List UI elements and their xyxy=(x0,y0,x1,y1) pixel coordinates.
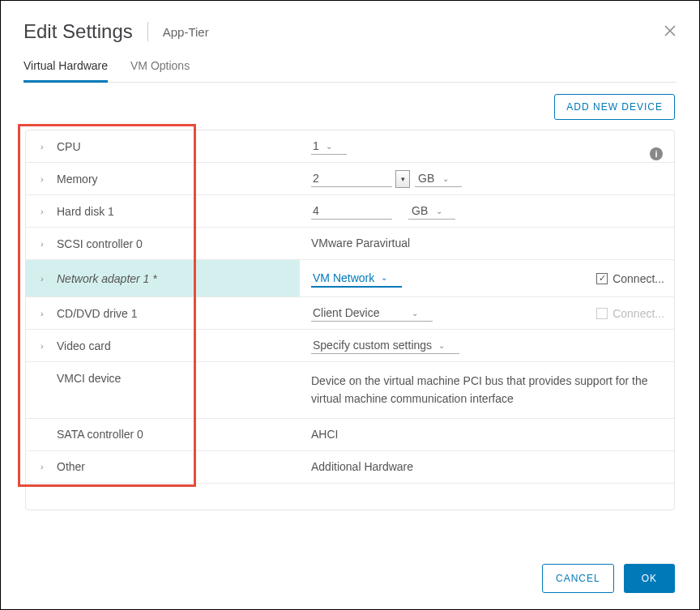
memory-unit: GB xyxy=(418,172,434,185)
row-other: › Other Additional Hardware xyxy=(26,451,674,484)
edit-settings-dialog: Edit Settings App-Tier Virtual Hardware … xyxy=(0,0,700,610)
label-cddvd: CD/DVD drive 1 xyxy=(57,307,138,320)
chevron-right-icon[interactable]: › xyxy=(41,207,49,216)
row-cpu: › CPU 1 ⌄ i xyxy=(26,130,674,163)
disk-unit: GB xyxy=(412,204,428,217)
cddvd-value: Client Device xyxy=(313,306,379,319)
disk-size-input[interactable]: 4 xyxy=(311,203,392,220)
row-memory: › Memory 2 ▾ GB ⌄ xyxy=(26,163,674,195)
chevron-right-icon[interactable]: › xyxy=(41,274,49,284)
network-connect-toggle[interactable]: ✓ Connect... xyxy=(596,272,664,285)
row-blank xyxy=(26,484,674,510)
memory-value-input[interactable]: 2 xyxy=(311,170,392,187)
scsi-value: VMware Paravirtual xyxy=(311,234,426,252)
hardware-table: › CPU 1 ⌄ i › Memory 2 ▾ xyxy=(25,130,675,510)
add-device-row: ADD NEW DEVICE xyxy=(1,83,699,120)
chevron-right-icon[interactable]: › xyxy=(41,462,49,471)
dialog-footer: CANCEL OK xyxy=(542,564,675,593)
memory-stepper[interactable]: ▾ xyxy=(395,170,410,188)
label-sata: SATA controller 0 xyxy=(57,428,143,441)
tab-bar: Virtual Hardware VM Options xyxy=(23,53,677,83)
cpu-count-select[interactable]: 1 ⌄ xyxy=(311,138,347,155)
other-value: Additional Hardware xyxy=(311,458,429,476)
chevron-right-icon[interactable]: › xyxy=(41,239,49,249)
label-other: Other xyxy=(57,460,85,473)
label-hard-disk: Hard disk 1 xyxy=(57,205,114,218)
video-select[interactable]: Specify custom settings ⌄ xyxy=(311,337,459,354)
info-icon[interactable]: i xyxy=(650,147,663,160)
network-value: VM Network xyxy=(313,271,374,284)
vmci-value: Device on the virtual machine PCI bus th… xyxy=(311,372,674,408)
sata-value: AHCI xyxy=(311,425,354,443)
ok-button[interactable]: OK xyxy=(624,564,675,593)
caret-down-icon: ⌄ xyxy=(438,341,445,350)
label-memory: Memory xyxy=(57,173,98,186)
cddvd-select[interactable]: Client Device ⌄ xyxy=(311,305,433,322)
close-icon[interactable] xyxy=(664,24,677,40)
memory-unit-select[interactable]: GB ⌄ xyxy=(415,170,462,187)
caret-down-icon: ⌄ xyxy=(412,309,418,318)
label-vmci: VMCI device xyxy=(57,372,121,385)
cancel-button[interactable]: CANCEL xyxy=(542,564,614,593)
caret-down-icon: ⌄ xyxy=(326,142,332,151)
network-connect-label: Connect... xyxy=(612,272,664,285)
add-new-device-button[interactable]: ADD NEW DEVICE xyxy=(554,94,675,120)
tab-vm-options[interactable]: VM Options xyxy=(130,53,190,83)
chevron-right-icon[interactable]: › xyxy=(41,142,49,151)
disk-size-value: 4 xyxy=(313,204,319,217)
row-video: › Video card Specify custom settings ⌄ xyxy=(26,330,674,362)
caret-down-icon: ⌄ xyxy=(381,273,387,282)
label-cpu: CPU xyxy=(57,140,81,153)
row-network-adapter: › Network adapter 1 * VM Network ⌄ ✓ Con… xyxy=(26,260,674,297)
row-cddvd: › CD/DVD drive 1 Client Device ⌄ Connect… xyxy=(26,297,674,330)
dialog-title: Edit Settings xyxy=(23,20,147,43)
caret-down-icon: ⌄ xyxy=(436,207,442,215)
checkbox-checked-icon: ✓ xyxy=(596,273,608,284)
label-scsi: SCSI controller 0 xyxy=(57,237,143,250)
disk-unit-select[interactable]: GB ⌄ xyxy=(408,203,455,220)
checkbox-unchecked-icon xyxy=(596,308,608,319)
label-network-adapter: Network adapter 1 * xyxy=(57,272,157,285)
cddvd-connect-label: Connect... xyxy=(612,307,664,320)
chevron-right-icon[interactable]: › xyxy=(41,174,49,184)
dialog-subtitle: App-Tier xyxy=(148,25,209,39)
dialog-header: Edit Settings App-Tier xyxy=(1,1,699,53)
chevron-right-icon[interactable]: › xyxy=(41,309,49,318)
row-scsi: › SCSI controller 0 VMware Paravirtual xyxy=(26,228,674,260)
tab-virtual-hardware[interactable]: Virtual Hardware xyxy=(23,53,108,83)
label-video: Video card xyxy=(57,339,111,352)
memory-value: 2 xyxy=(313,172,319,185)
caret-down-icon: ⌄ xyxy=(442,174,449,183)
cpu-count-value: 1 xyxy=(313,139,319,152)
video-value: Specify custom settings xyxy=(313,339,432,352)
chevron-right-icon[interactable]: › xyxy=(41,341,49,351)
network-select[interactable]: VM Network ⌄ xyxy=(311,270,402,288)
row-vmci: › VMCI device Device on the virtual mach… xyxy=(26,362,674,419)
cddvd-connect-toggle: Connect... xyxy=(596,307,664,320)
row-sata: › SATA controller 0 AHCI xyxy=(26,419,674,451)
row-hard-disk: › Hard disk 1 4 GB ⌄ xyxy=(26,195,674,228)
